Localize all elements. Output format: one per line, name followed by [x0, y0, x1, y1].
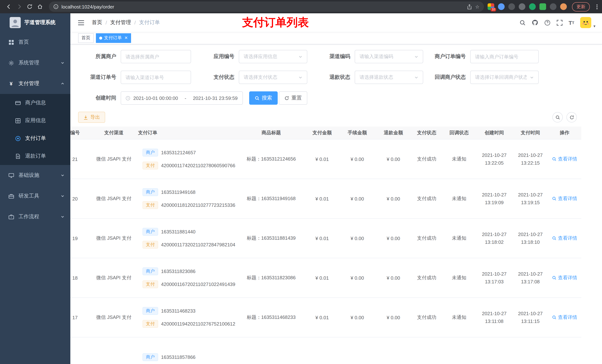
date-start[interactable]: 2021-10-01 00:00:00 — [133, 95, 178, 101]
filter-merchant: 所属商户 — [71, 50, 191, 63]
tab-pay-order[interactable]: 支付订单 ✕ — [96, 33, 131, 43]
col-actions: 操作 — [548, 129, 581, 136]
date-end[interactable]: 2021-10-31 23:59:59 — [193, 95, 237, 101]
cell-notify: 未通知 — [442, 195, 476, 202]
merchant-order-line: 商户 1635311857866 — [142, 353, 195, 361]
filter-merchant-order-no: 商户订单编号 — [415, 50, 539, 63]
share-icon[interactable] — [467, 4, 472, 10]
search-icon — [555, 115, 560, 120]
sidebar-item-system[interactable]: 系统管理 — [0, 52, 70, 73]
sidebar-item-workflow[interactable]: 工作流程 — [0, 207, 70, 227]
search-icon — [552, 236, 557, 240]
bookmark-star-icon[interactable]: ☆ — [475, 4, 479, 10]
toggle-search-button[interactable] — [552, 112, 563, 123]
grid-icon — [15, 118, 21, 123]
tab-close-icon[interactable]: ✕ — [124, 35, 128, 40]
extension-icon-pin[interactable] — [550, 3, 557, 10]
cell-fee: ¥ 0.00 — [339, 235, 376, 241]
col-status: 支付状态 — [411, 129, 442, 136]
refresh-table-button[interactable] — [567, 112, 577, 123]
sidebar-item-pay-order[interactable]: 支付订单 — [0, 129, 70, 147]
url-text[interactable]: localhost:1024/pay/order — [62, 4, 464, 10]
cell-title: 标题：1635312124656 — [237, 156, 305, 162]
sidebar-item-infrastructure[interactable]: 基础设施 — [0, 165, 70, 186]
sidebar-item-dev-tools[interactable]: 研发工具 — [0, 186, 70, 207]
col-pay-time: 支付时间 — [513, 129, 548, 136]
page-annotation: 支付订单列表 — [242, 15, 309, 30]
cell-actions: 查看详情 — [548, 156, 581, 162]
extension-icon-green-check[interactable] — [529, 3, 536, 10]
extension-icon-blue[interactable] — [498, 3, 505, 10]
browser-profile-avatar[interactable] — [560, 3, 567, 10]
merchant-order-line: 商户 1635311949168 — [142, 188, 195, 196]
merchant-order-no-input[interactable] — [470, 50, 539, 63]
table-row: 18 微信 JSAPI 支付 商户 1635311823086 支付 — [70, 258, 581, 298]
forward-icon[interactable] — [14, 1, 24, 12]
sidebar-item-home[interactable]: 首页 — [0, 32, 70, 52]
cell-id: 20 — [70, 196, 93, 201]
url-bar[interactable]: localhost:1024/pay/order ☆ — [49, 1, 484, 12]
search-icon[interactable] — [519, 20, 526, 26]
browser-menu-icon[interactable] — [596, 3, 598, 10]
site-info-icon[interactable] — [53, 4, 58, 9]
sidebar-item-app-info[interactable]: 应用信息 — [0, 112, 70, 129]
cell-pay-order: 商户 1635312124657 支付 42000011742021102780… — [135, 139, 237, 179]
date-range-input[interactable]: 2021-10-01 00:00:00 - 2021-10-31 23:59:5… — [121, 91, 243, 105]
sidebar-item-merchant-info[interactable]: 商户信息 — [0, 94, 70, 112]
channel-order-no-input[interactable] — [121, 71, 191, 84]
pay-status-select[interactable]: 请选择支付状态 — [239, 71, 307, 84]
extension-icon-grid[interactable]: 10 — [488, 3, 494, 10]
home-icon[interactable] — [35, 1, 45, 12]
search-icon — [552, 276, 557, 280]
browser-update-button[interactable]: 更新 — [572, 2, 590, 11]
user-avatar-wrap[interactable]: ▼ — [580, 17, 596, 28]
github-icon[interactable] — [532, 19, 538, 26]
filter-label: 所属商户 — [71, 53, 121, 60]
extension-icon-dark-2[interactable] — [519, 3, 525, 10]
view-detail-link[interactable]: 查看详情 — [552, 156, 577, 162]
view-detail-link[interactable]: 查看详情 — [552, 274, 577, 281]
pay-order-line: 支付 4200001167202110271022491439 — [142, 281, 235, 288]
cell-title: 标题：1635311468233 — [237, 314, 305, 321]
chevron-down-icon — [298, 54, 302, 59]
sidebar-item-refund-order[interactable]: 退款订单 — [0, 147, 70, 165]
export-button[interactable]: 导出 — [78, 112, 105, 123]
export-button-label: 导出 — [90, 114, 100, 121]
callback-status-select[interactable]: 请选择订单回调商户状态 — [470, 71, 539, 84]
merchant-order-line: 商户 1635312124657 — [142, 149, 196, 156]
pay-order-line: 支付 4200001174202110278060590766 — [142, 162, 235, 169]
hamburger-icon[interactable] — [76, 18, 86, 27]
chevron-down-icon — [61, 61, 64, 65]
cell-pay-order: 商户 1635311857866 支付 — [135, 337, 237, 364]
extension-icon-green-square[interactable] — [539, 3, 546, 10]
view-detail-link[interactable]: 查看详情 — [552, 235, 577, 241]
breadcrumb-payment[interactable]: 支付管理 — [110, 19, 131, 26]
cell-actions: 查看详情 — [548, 314, 581, 321]
reset-button[interactable]: 重置 — [279, 91, 307, 105]
app-no-select[interactable]: 请选择应用信息 — [239, 50, 307, 63]
help-icon[interactable] — [544, 20, 550, 26]
tab-home[interactable]: 首页 — [78, 33, 94, 43]
reset-button-label: 重置 — [291, 95, 302, 101]
reload-icon[interactable] — [24, 1, 35, 12]
cell-channel: 微信 JSAPI 支付 — [93, 156, 135, 162]
view-detail-link[interactable]: 查看详情 — [552, 195, 577, 202]
view-detail-link[interactable]: 查看详情 — [552, 314, 577, 321]
filter-channel-code: 渠道编码 请输入渠道编码 — [309, 50, 423, 63]
yen-icon: ¥ — [8, 81, 14, 87]
fullscreen-icon[interactable] — [557, 20, 563, 26]
search-button[interactable]: 搜索 — [249, 91, 278, 105]
pay-order-line: 支付 4200001173202110272847982104 — [142, 241, 235, 249]
channel-code-select[interactable]: 请输入渠道编码 — [355, 50, 423, 63]
cell-create-time: 2021-10-27 13:18:02 — [476, 230, 513, 246]
merchant-input[interactable] — [121, 50, 191, 63]
back-icon[interactable] — [4, 1, 14, 12]
sidebar-item-payment[interactable]: ¥ 支付管理 — [0, 73, 70, 94]
cell-create-time: 2021-10-27 13:17:03 — [476, 270, 513, 286]
font-size-icon[interactable]: TT — [569, 20, 574, 26]
refund-status-select[interactable]: 请选择退款状态 — [355, 71, 423, 84]
breadcrumb-home[interactable]: 首页 — [92, 19, 102, 26]
sidebar-item-label: 应用信息 — [25, 117, 46, 124]
user-avatar[interactable] — [580, 17, 591, 28]
extension-icon-dark-1[interactable] — [508, 3, 515, 10]
